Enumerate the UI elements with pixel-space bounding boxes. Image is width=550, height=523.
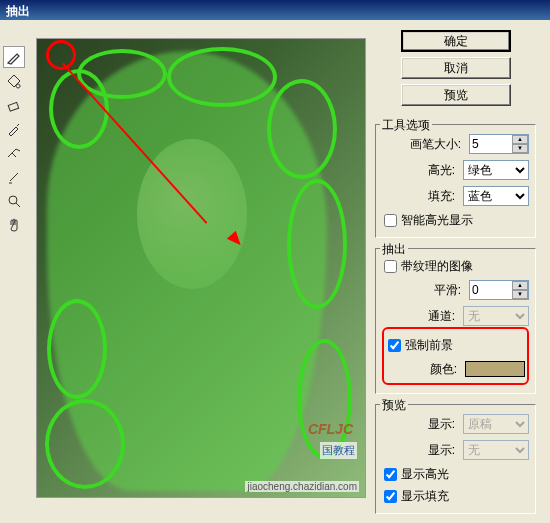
fg-color-label: 颜色: [386, 361, 461, 378]
channel-label: 通道: [382, 308, 459, 325]
svg-rect-0 [8, 102, 19, 111]
cleanup-tool[interactable] [3, 142, 25, 164]
fill-color-label: 填充: [382, 188, 459, 205]
highlight-stroke [47, 299, 107, 399]
spin-down-icon[interactable]: ▼ [512, 290, 528, 299]
smooth-input[interactable]: ▲▼ [469, 280, 529, 300]
title-bar: 抽出 [0, 0, 550, 20]
preview-button[interactable]: 预览 [401, 84, 511, 106]
action-buttons: 确定 取消 预览 [375, 30, 536, 106]
eyedropper-tool[interactable] [3, 118, 25, 140]
fill-color-select[interactable]: 蓝色 [463, 186, 529, 206]
canvas-area: CFLJC 国教程 jiaocheng.chazidian.com [28, 20, 373, 523]
watermark-logo: CFLJC [308, 421, 353, 437]
annotation-highlight-box: 强制前景 颜色: [382, 327, 529, 385]
options-panel: 确定 取消 预览 工具选项 画笔大小: ▲▼ 高光: 绿色 填充: 蓝色 [373, 20, 550, 523]
smart-highlight-checkbox[interactable] [384, 214, 397, 227]
brush-size-label: 画笔大小: [382, 136, 465, 153]
window-title: 抽出 [6, 4, 30, 18]
hand-tool[interactable] [3, 214, 25, 236]
show-label: 显示: [382, 416, 459, 433]
image-preview[interactable]: CFLJC 国教程 jiaocheng.chazidian.com [36, 38, 366, 498]
force-foreground-label: 强制前景 [405, 337, 453, 354]
show-fill-label: 显示填充 [401, 488, 449, 505]
fill-tool[interactable] [3, 70, 25, 92]
show-select: 原稿 [463, 414, 529, 434]
textured-checkbox[interactable] [384, 260, 397, 273]
watermark-url: jiaocheng.chazidian.com [245, 481, 359, 492]
watermark-tag: 国教程 [320, 442, 357, 459]
spin-up-icon[interactable]: ▲ [512, 135, 528, 144]
group-title: 抽出 [380, 241, 408, 258]
zoom-tool[interactable] [3, 190, 25, 212]
highlight-stroke [45, 399, 125, 489]
main-layout: CFLJC 国教程 jiaocheng.chazidian.com 确定 取消 … [0, 20, 550, 523]
show-highlight-checkbox[interactable] [384, 468, 397, 481]
highlight-stroke [287, 179, 347, 309]
eraser-tool[interactable] [3, 94, 25, 116]
textured-label: 带纹理的图像 [401, 258, 473, 275]
brush-size-input[interactable]: ▲▼ [469, 134, 529, 154]
highlight-stroke [267, 79, 337, 179]
edge-touchup-tool[interactable] [3, 166, 25, 188]
spin-up-icon[interactable]: ▲ [512, 281, 528, 290]
smooth-label: 平滑: [382, 282, 465, 299]
smart-highlight-label: 智能高光显示 [401, 212, 473, 229]
highlight-color-select[interactable]: 绿色 [463, 160, 529, 180]
effect-select: 无 [463, 440, 529, 460]
show-highlight-label: 显示高光 [401, 466, 449, 483]
svg-point-1 [9, 196, 17, 204]
highlighter-tool[interactable] [3, 46, 25, 68]
channel-select: 无 [463, 306, 529, 326]
spin-down-icon[interactable]: ▼ [512, 144, 528, 153]
effect-label: 显示: [382, 442, 459, 459]
group-title: 工具选项 [380, 117, 432, 134]
highlight-stroke [297, 339, 352, 459]
ok-button[interactable]: 确定 [401, 30, 511, 52]
highlight-color-label: 高光: [382, 162, 459, 179]
show-fill-checkbox[interactable] [384, 490, 397, 503]
tool-options-group: 工具选项 画笔大小: ▲▼ 高光: 绿色 填充: 蓝色 智能高光显示 [375, 124, 536, 238]
toolbar [0, 20, 28, 523]
fg-color-swatch[interactable] [465, 361, 525, 377]
preview-group: 预览 显示: 原稿 显示: 无 显示高光 显示填充 [375, 404, 536, 514]
group-title: 预览 [380, 397, 408, 414]
brush-size-field[interactable] [470, 135, 512, 153]
smooth-field[interactable] [470, 281, 512, 299]
cancel-button[interactable]: 取消 [401, 57, 511, 79]
force-foreground-checkbox[interactable] [388, 339, 401, 352]
highlight-stroke [167, 47, 277, 107]
annotation-circle [46, 40, 76, 70]
extract-group: 抽出 带纹理的图像 平滑: ▲▼ 通道: 无 强制前景 [375, 248, 536, 394]
highlight-stroke [77, 49, 167, 99]
